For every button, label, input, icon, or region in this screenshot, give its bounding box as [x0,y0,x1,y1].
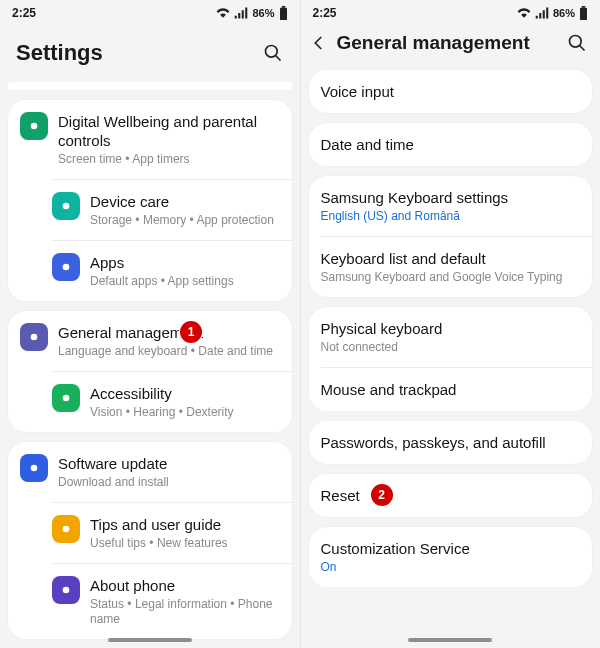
accessibility-icon [52,384,80,412]
item-subtitle: Download and install [58,475,280,490]
settings-item-software-update[interactable]: Software updateDownload and install [8,442,292,502]
svg-point-8 [63,395,70,402]
svg-point-2 [265,46,277,58]
wifi-icon [216,7,230,19]
item-subtitle: Samsung Keyboard and Google Voice Typing [321,270,581,285]
svg-point-11 [63,587,70,594]
about-phone-icon [52,576,80,604]
settings-item-physical-keyboard[interactable]: Physical keyboardNot connected [309,307,593,367]
item-label: Physical keyboard [321,319,581,338]
back-button[interactable] [309,33,329,53]
signal-icon [535,7,549,19]
gesture-bar [408,638,492,642]
item-subtitle: Storage • Memory • App protection [90,213,280,228]
settings-list: Digital Wellbeing and parental controlsS… [0,100,300,639]
tips-and-user-guide-icon [52,515,80,543]
settings-group: Date and time [309,123,593,166]
svg-rect-12 [582,6,586,8]
settings-item-customization-service[interactable]: Customization ServiceOn [309,527,593,587]
item-label: Tips and user guide [90,515,280,534]
svg-rect-0 [281,6,285,8]
gm-list: Voice inputDate and timeSamsung Keyboard… [301,70,601,587]
gm-header: General management [301,22,601,66]
wifi-icon [517,7,531,19]
svg-line-15 [580,46,585,51]
settings-group: Digital Wellbeing and parental controlsS… [8,100,292,301]
settings-item-apps[interactable]: AppsDefault apps • App settings [52,240,292,301]
signal-icon [234,7,248,19]
digital-wellbeing-and-parent-icon [20,112,48,140]
status-bar: 2:25 86% [0,0,300,22]
page-title: Settings [16,40,262,66]
battery-icon [579,6,588,20]
step-marker-2: 2 [371,484,393,506]
settings-item-samsung-keyboard-settings[interactable]: Samsung Keyboard settingsEnglish (US) an… [309,176,593,236]
item-subtitle: Default apps • App settings [90,274,280,289]
item-label: General management [58,323,280,342]
settings-item-keyboard-list-and-default[interactable]: Keyboard list and defaultSamsung Keyboar… [321,236,593,297]
battery-icon [279,6,288,20]
item-subtitle: Language and keyboard • Date and time [58,344,280,359]
item-label: Reset [321,486,581,505]
item-label: Apps [90,253,280,272]
settings-group: Software updateDownload and installTips … [8,442,292,639]
settings-item-voice-input[interactable]: Voice input [309,70,593,113]
item-subtitle: Status • Legal information • Phone name [90,597,280,627]
battery-text: 86% [252,7,274,19]
settings-group: General managementLanguage and keyboard … [8,311,292,432]
search-card-placeholder [8,82,292,90]
settings-item-tips-and-user-guide[interactable]: Tips and user guideUseful tips • New fea… [52,502,292,563]
item-subtitle: Useful tips • New features [90,536,280,551]
settings-item-general-management[interactable]: General managementLanguage and keyboard … [8,311,292,371]
svg-line-3 [275,56,280,61]
settings-item-accessibility[interactable]: AccessibilityVision • Hearing • Dexterit… [52,371,292,432]
svg-point-4 [31,123,38,130]
item-label: Passwords, passkeys, and autofill [321,433,581,452]
item-label: Mouse and trackpad [321,380,581,399]
software-update-icon [20,454,48,482]
settings-item-reset[interactable]: Reset2 [309,474,593,517]
settings-screen: 2:25 86% Settings Digital Wellbeing and … [0,0,300,648]
search-icon [567,33,587,53]
page-title: General management [337,32,567,54]
settings-item-digital-wellbeing-and-parent[interactable]: Digital Wellbeing and parental controlsS… [8,100,292,179]
settings-item-device-care[interactable]: Device careStorage • Memory • App protec… [52,179,292,240]
apps-icon [52,253,80,281]
settings-item-about-phone[interactable]: About phoneStatus • Legal information • … [52,563,292,639]
item-subtitle: Screen time • App timers [58,152,280,167]
svg-rect-1 [280,8,287,20]
item-label: Digital Wellbeing and parental controls [58,112,280,150]
status-right: 86% [517,6,588,20]
item-label: Customization Service [321,539,581,558]
settings-item-mouse-and-trackpad[interactable]: Mouse and trackpad [321,367,593,411]
svg-rect-13 [580,8,587,20]
item-label: Keyboard list and default [321,249,581,268]
device-care-icon [52,192,80,220]
svg-point-5 [63,203,70,210]
settings-group: Physical keyboardNot connectedMouse and … [309,307,593,411]
settings-group: Reset2 [309,474,593,517]
status-time: 2:25 [12,6,36,20]
item-subtitle: On [321,560,581,575]
settings-group: Samsung Keyboard settingsEnglish (US) an… [309,176,593,297]
item-label: Samsung Keyboard settings [321,188,581,207]
item-label: Voice input [321,82,581,101]
search-button[interactable] [566,32,588,54]
gesture-bar [108,638,192,642]
general-management-screen: 2:25 86% General management Voice inputD… [300,0,601,648]
status-right: 86% [216,6,287,20]
search-button[interactable] [262,42,284,64]
svg-point-14 [570,36,582,48]
item-label: Accessibility [90,384,280,403]
svg-point-10 [63,526,70,533]
item-subtitle: Vision • Hearing • Dexterity [90,405,280,420]
item-label: Software update [58,454,280,473]
status-time: 2:25 [313,6,337,20]
settings-header: Settings [0,22,300,82]
settings-item-passwords-passkeys-and-autof[interactable]: Passwords, passkeys, and autofill [309,421,593,464]
settings-group: Customization ServiceOn [309,527,593,587]
svg-point-7 [31,334,38,341]
svg-point-6 [63,264,70,271]
settings-item-date-and-time[interactable]: Date and time [309,123,593,166]
battery-text: 86% [553,7,575,19]
